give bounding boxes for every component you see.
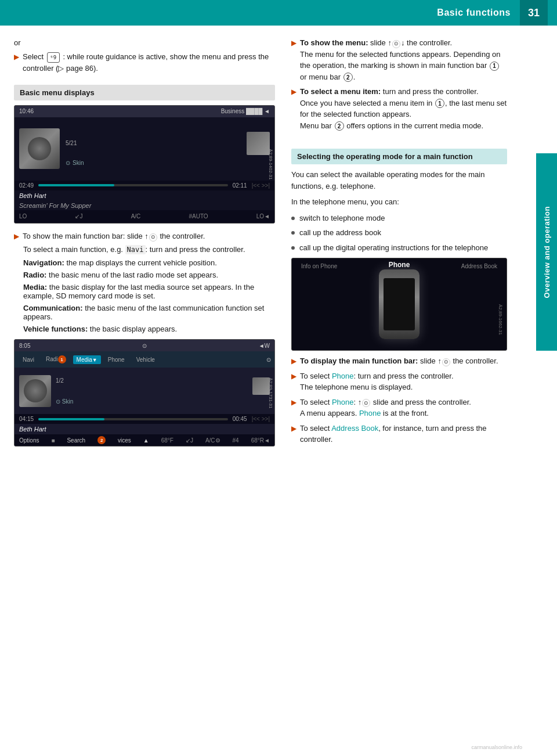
select-phone-1-text: To select Phone: turn and press the cont… bbox=[300, 370, 454, 393]
arrow-icon-2: ▶ bbox=[14, 231, 19, 242]
vehicle-label: Vehicle functions: bbox=[23, 325, 88, 333]
screen1-bottom-left: LO bbox=[19, 213, 27, 219]
phone-teal-3: Phone bbox=[359, 409, 381, 417]
circle-2b: 2 bbox=[335, 121, 344, 131]
screen1-time: 10:46 bbox=[19, 108, 34, 114]
bullet-switch-tel: switch to telephone mode bbox=[291, 213, 507, 224]
skin-label: Skin bbox=[73, 160, 84, 166]
left-column: or ▶ Select ᵑ9 : while route guidance is… bbox=[0, 37, 284, 453]
screen2-album: 1/2 ⊙ Skin bbox=[15, 368, 274, 414]
comm-label: Communication: bbox=[23, 304, 83, 312]
sidebar-label-text: Overview and operation bbox=[542, 206, 551, 298]
album-art bbox=[19, 128, 60, 169]
radio-desc: Radio: the basic menu of the last radio … bbox=[23, 271, 275, 279]
circle-2: 2 bbox=[343, 73, 353, 82]
screen1-mockup: 10:46 Business ████ ◄ 5/21 ⊙ bbox=[14, 105, 275, 224]
radio-label: Radio: bbox=[23, 271, 46, 279]
screen2-track-name: Beth Hart bbox=[15, 424, 274, 434]
screen2-skin: Skin bbox=[62, 398, 73, 405]
screen2-time: 8:05 bbox=[19, 343, 30, 349]
screen2-wifi: ◄W bbox=[259, 343, 270, 349]
arrow-icon-8: ▶ bbox=[291, 423, 296, 445]
arrow-icon-7: ▶ bbox=[291, 397, 296, 419]
album-art-inner bbox=[28, 137, 51, 160]
phone-screen-mockup: Info on Phone Address Book Phone Ä2;89-1… bbox=[291, 258, 507, 351]
phone-tab-right: Address Book bbox=[461, 263, 497, 269]
phone-screen-title: Phone bbox=[389, 261, 410, 269]
circle-1: 1 bbox=[490, 62, 499, 71]
screen2-up: ▲ bbox=[143, 437, 149, 444]
or-text: or bbox=[14, 37, 275, 49]
phone-teal-1: Phone bbox=[332, 372, 354, 380]
bullet-switch-text: switch to telephone mode bbox=[299, 213, 385, 224]
skin-icon: ⊙ bbox=[66, 160, 70, 166]
vehicle-desc: Vehicle functions: the basic display app… bbox=[23, 325, 275, 333]
screen2-time2: 04:15 bbox=[19, 416, 34, 422]
screen2-icon: ⊙ bbox=[142, 343, 147, 349]
navi-code: Navi bbox=[125, 245, 146, 254]
album-right: 5/21 ⊙ Skin bbox=[66, 132, 270, 166]
screen2-info-bar: 04:15 00:45 |<< >>| bbox=[15, 414, 274, 424]
arrow-icon-5: ▶ bbox=[291, 356, 296, 367]
screen2-bottom-bar: Options ■ Search 2 vices ▲ 68°F ↙J A/C⚙ … bbox=[15, 434, 274, 446]
right-column: ▶ To show the menu: slide ↑⊙↓ the contro… bbox=[284, 37, 536, 453]
nav-navi: Navi bbox=[18, 355, 39, 364]
dot-icon-1 bbox=[291, 217, 295, 220]
screen1-time3: 02:11 bbox=[233, 182, 247, 189]
navi-instruction: To select a main function, e.g. Navi: tu… bbox=[23, 245, 275, 254]
phone-screen-ref: Ä2;89-1662-31 bbox=[498, 304, 503, 335]
watermark: carmanualsonline.info bbox=[471, 744, 522, 750]
bullet-digital-text: call up the digital operating instructio… bbox=[299, 242, 488, 254]
nav-circle-1: 1 bbox=[58, 355, 66, 363]
screen1-album-area: 5/21 ⊙ Skin bbox=[15, 117, 274, 181]
screen1-bottom-center: ↙J bbox=[75, 213, 82, 219]
display-bar-text: To display the main function bar: slide … bbox=[300, 355, 498, 367]
phone-screen-inner bbox=[384, 278, 415, 330]
circle-ctrl-2: ⊙ bbox=[392, 40, 400, 48]
section-title: Basic menu displays bbox=[20, 88, 95, 97]
select-item-text: To select a menu item: turn and press th… bbox=[300, 86, 507, 131]
screen2-search: Search bbox=[67, 437, 85, 444]
screen2-ac: A/C⚙ bbox=[205, 437, 220, 444]
in-telephone-text: In the telephone menu, you can: bbox=[291, 196, 507, 208]
page-number: 31 bbox=[520, 0, 548, 26]
screen2-progress bbox=[38, 418, 104, 420]
screen1-track-sub: Screamin' For My Supper bbox=[15, 201, 274, 210]
section2-title: Selecting the operating mode for a main … bbox=[297, 152, 473, 161]
progress-fill bbox=[38, 184, 114, 186]
screen2-nav-bar: Navi Radi1 Media▼ Phone Vehicle ⊙ bbox=[15, 351, 274, 368]
bullet-select-phone-2: ▶ To select Phone: ↑⊙ slide and press th… bbox=[291, 397, 507, 419]
bullet-digital-instructions: call up the digital operating instructio… bbox=[291, 242, 507, 254]
screen2-ref: Ä2;89-1731-31 bbox=[268, 377, 273, 408]
navigation-desc: Navigation: the map displays the current… bbox=[23, 258, 275, 267]
main-bar-text: To show the main function bar: slide ↑⊙ … bbox=[23, 231, 205, 242]
nav-radio: Radi1 bbox=[41, 354, 71, 365]
arrow-icon-3: ▶ bbox=[291, 38, 296, 82]
arrow-icon: ▶ bbox=[14, 52, 19, 74]
select-instruction-line: ▶ Select ᵑ9 : while route guidance is ac… bbox=[14, 51, 275, 74]
show-menu-text: To show the menu: slide ↑⊙↓ the controll… bbox=[300, 37, 507, 82]
phone-image bbox=[379, 269, 419, 339]
nav-phone: Phone bbox=[103, 355, 129, 364]
header-title: Basic functions bbox=[437, 8, 511, 18]
sidebar-label: Overview and operation bbox=[536, 153, 557, 351]
circle-ctrl-icon: ⊙ bbox=[149, 233, 157, 242]
circle-ctrl-4: ⊙ bbox=[362, 399, 370, 407]
select-phone-2-text: To select Phone: ↑⊙ slide and press the … bbox=[300, 397, 471, 419]
album-thumb bbox=[247, 132, 270, 155]
bullet-address-text: call up the address book bbox=[299, 227, 381, 239]
screen1-top-bar: 10:46 Business ████ ◄ bbox=[15, 106, 274, 117]
screen2-temp-left: 68°F bbox=[161, 437, 173, 444]
bullet-show-menu: ▶ To show the menu: slide ↑⊙↓ the contro… bbox=[291, 37, 507, 82]
select-text: Select ᵑ9 : while route guidance is acti… bbox=[23, 51, 275, 74]
screen2-time3: 00:45 bbox=[233, 416, 247, 422]
screen1-label-right: Business ████ ◄ bbox=[221, 108, 270, 114]
section-operating-mode: Selecting the operating mode for a main … bbox=[291, 149, 507, 164]
intro-text: You can select the available operating m… bbox=[291, 169, 507, 192]
phone-teal-2: Phone bbox=[332, 398, 354, 406]
select-icon: ᵑ9 bbox=[47, 52, 60, 63]
screen2-sep: ■ bbox=[51, 437, 55, 444]
media-label: Media: bbox=[23, 283, 47, 291]
circle-1b: 1 bbox=[435, 99, 444, 108]
screen2-options: Options bbox=[19, 437, 39, 444]
